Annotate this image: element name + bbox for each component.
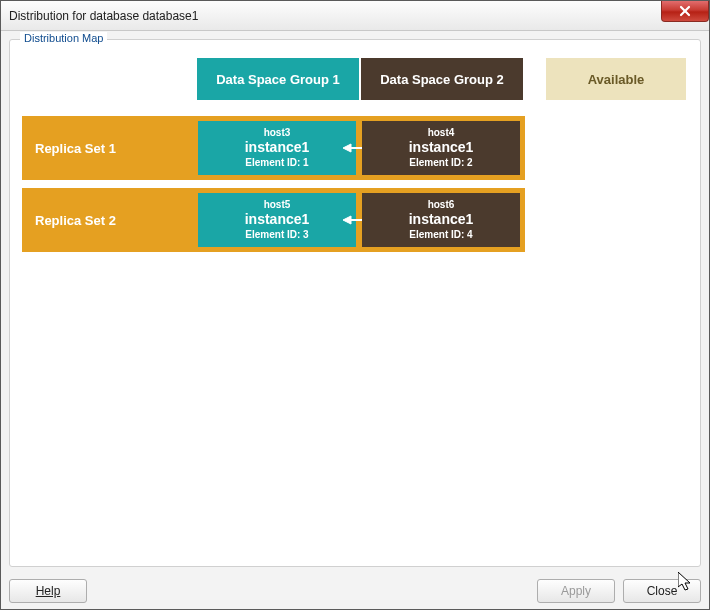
fieldset-legend: Distribution Map	[20, 32, 107, 44]
node-element-id: Element ID: 2	[409, 157, 472, 170]
dialog-window: Distribution for database database1 Dist…	[0, 0, 710, 610]
header-data-space-group-2[interactable]: Data Space Group 2	[361, 58, 523, 100]
distribution-map-fieldset: Distribution Map Data Space Group 1 Data…	[9, 39, 701, 567]
node-element-id: Element ID: 1	[245, 157, 308, 170]
replica-set-label: Replica Set 2	[23, 189, 196, 251]
close-button[interactable]: Close	[623, 579, 701, 603]
apply-button[interactable]: Apply	[537, 579, 615, 603]
button-bar: Help Apply Close	[1, 575, 709, 609]
node-instance: instance1	[245, 211, 310, 229]
replica-set-label-text: Replica Set 1	[35, 141, 116, 156]
client-area: Distribution Map Data Space Group 1 Data…	[1, 31, 709, 575]
replica-set-row: Replica Set 1 host3 instance1 Element ID…	[22, 116, 525, 180]
node-group2[interactable]: host6 instance1 Element ID: 4	[362, 193, 520, 247]
node-element-id: Element ID: 4	[409, 229, 472, 242]
node-group2[interactable]: host4 instance1 Element ID: 2	[362, 121, 520, 175]
replica-set-row: Replica Set 2 host5 instance1 Element ID…	[22, 188, 525, 252]
button-label: Help	[36, 584, 61, 598]
window-close-button[interactable]	[661, 1, 709, 22]
help-button[interactable]: Help	[9, 579, 87, 603]
node-host: host6	[428, 199, 455, 212]
header-data-space-group-1[interactable]: Data Space Group 1	[197, 58, 359, 100]
button-label: Apply	[561, 584, 591, 598]
replica-set-label: Replica Set 1	[23, 117, 196, 179]
node-instance: instance1	[409, 139, 474, 157]
node-element-id: Element ID: 3	[245, 229, 308, 242]
header-available[interactable]: Available	[546, 58, 686, 100]
node-group1[interactable]: host3 instance1 Element ID: 1	[198, 121, 356, 175]
node-host: host3	[264, 127, 291, 140]
header-label: Data Space Group 1	[216, 72, 340, 87]
node-host: host5	[264, 199, 291, 212]
node-group1[interactable]: host5 instance1 Element ID: 3	[198, 193, 356, 247]
distribution-map: Data Space Group 1 Data Space Group 2 Av…	[22, 58, 688, 554]
button-label: Close	[647, 584, 678, 598]
node-instance: instance1	[245, 139, 310, 157]
header-label: Available	[588, 72, 645, 87]
node-host: host4	[428, 127, 455, 140]
node-instance: instance1	[409, 211, 474, 229]
titlebar[interactable]: Distribution for database database1	[1, 1, 709, 31]
header-label: Data Space Group 2	[380, 72, 504, 87]
close-icon	[679, 5, 691, 17]
window-title: Distribution for database database1	[9, 9, 198, 23]
replica-set-label-text: Replica Set 2	[35, 213, 116, 228]
